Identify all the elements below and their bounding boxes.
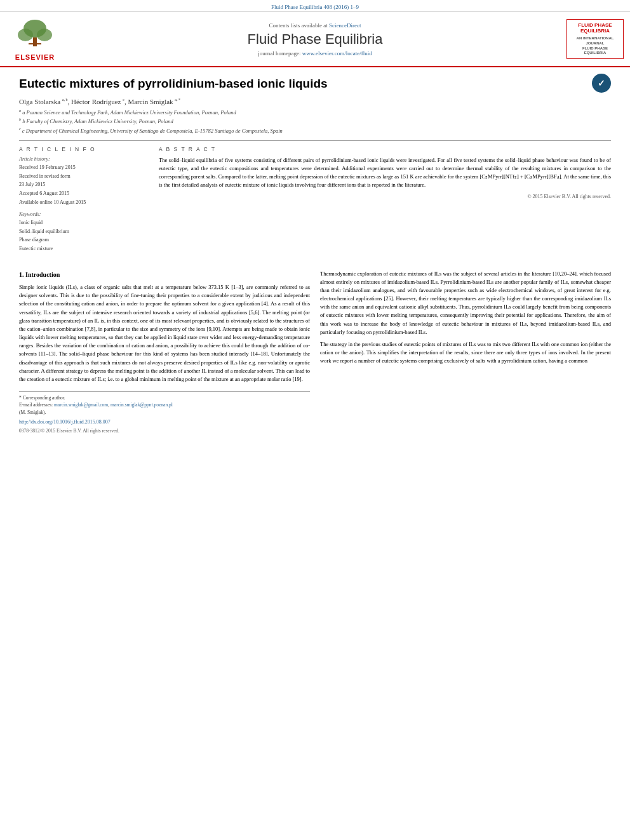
affiliation-a: a a Poznan Science and Technology Park, … — [19, 108, 611, 117]
elsevier-brand-label: ELSEVIER — [15, 53, 55, 61]
abstract-column: A B S T R A C T The solid–liquid equilib… — [159, 146, 611, 258]
revised-label: Received in revised form — [19, 172, 146, 181]
keywords-label: Keywords: — [19, 211, 146, 217]
journal-header-center: Contents lists available at ScienceDirec… — [70, 22, 560, 57]
footnote-email-suffix: (M. Smiglak). — [19, 409, 310, 416]
article-history: Article history: Received 19 February 20… — [19, 156, 146, 206]
intro-paragraph-1: Simple ionic liquids (ILs), a class of o… — [19, 283, 310, 383]
email-link-1[interactable]: marcin.smiglak@gmail.com — [54, 402, 108, 408]
footnotes-area: * Corresponding author. E-mail addresses… — [19, 391, 310, 435]
article-info-column: A R T I C L E I N F O Article history: R… — [19, 146, 146, 258]
elsevier-logo: ELSEVIER — [6, 17, 64, 61]
crossmark-icon[interactable]: ✓ — [592, 74, 611, 93]
online-date: Available online 10 August 2015 — [19, 198, 146, 207]
section1-heading: 1. Introduction — [19, 270, 310, 280]
journal-homepage-link[interactable]: www.elsevier.com/locate/fluid — [302, 50, 372, 57]
article-title: Eutectic mixtures of pyrrolidinium-based… — [19, 77, 592, 91]
footnote-corresponding: * Corresponding author. — [19, 394, 310, 401]
article-info-abstract: A R T I C L E I N F O Article history: R… — [19, 146, 611, 258]
email-link-2[interactable]: marcin.smiglak@ppnt.poznan.pl — [111, 402, 173, 408]
article-info-heading: A R T I C L E I N F O — [19, 146, 146, 152]
svg-point-1 — [18, 29, 33, 41]
doi-line: http://dx.doi.org/10.1016/j.fluid.2015.0… — [19, 418, 310, 426]
copyright-line: © 2015 Elsevier B.V. All rights reserved… — [159, 194, 611, 199]
journal-header: ELSEVIER Contents lists available at Sci… — [0, 12, 630, 67]
affiliation-b: b b Faculty of Chemistry, Adam Mickiewic… — [19, 117, 611, 126]
affiliations-block: a a Poznan Science and Technology Park, … — [19, 108, 611, 135]
footnote-email: E-mail addresses: marcin.smiglak@gmail.c… — [19, 401, 310, 408]
science-direct-line: Contents lists available at ScienceDirec… — [70, 22, 560, 29]
science-direct-link[interactable]: ScienceDirect — [329, 22, 361, 29]
accepted-date: Accepted 6 August 2015 — [19, 189, 146, 198]
doi-link[interactable]: http://dx.doi.org/10.1016/j.fluid.2015.0… — [19, 419, 111, 425]
header-divider — [19, 140, 611, 141]
kw-phase-diagram: Phase diagram — [19, 236, 146, 244]
journal-citation-bar: Fluid Phase Equilibria 408 (2016) 1–9 — [0, 0, 630, 12]
received-date: Received 19 February 2015 — [19, 163, 146, 172]
kw-eutectic: Eutectic mixture — [19, 244, 146, 253]
intro-paragraph-3: The strategy in the previous studies of … — [320, 340, 611, 366]
journal-name-header: Fluid Phase Equilibria — [70, 31, 560, 48]
elsevier-tree-icon — [13, 17, 57, 52]
main-content: Eutectic mixtures of pyrrolidinium-based… — [0, 67, 630, 441]
intro-paragraph-2: Thermodynamic exploration of eutectic mi… — [320, 270, 611, 337]
body-right-column: Thermodynamic exploration of eutectic mi… — [320, 270, 611, 435]
history-dates: Received 19 February 2015 Received in re… — [19, 163, 146, 206]
kw-ionic-liquid: Ionic liquid — [19, 218, 146, 227]
body-text: 1. Introduction Simple ionic liquids (IL… — [19, 270, 611, 435]
authors-line: Olga Stolarska a, b, Héctor Rodríguez c,… — [19, 98, 611, 105]
issn-line: 0378-3812/© 2015 Elsevier B.V. All right… — [19, 427, 310, 435]
journal-homepage-line: journal homepage: www.elsevier.com/locat… — [70, 50, 560, 57]
abstract-text: The solid–liquid equilibria of five syst… — [159, 156, 611, 189]
history-label: Article history: — [19, 156, 146, 162]
journal-logo-box: FLUID PHASEEQUILIBRIA AN INTERNATIONALJO… — [566, 19, 624, 59]
journal-citation-text: Fluid Phase Equilibria 408 (2016) 1–9 — [271, 4, 359, 10]
svg-rect-3 — [33, 37, 37, 46]
svg-point-2 — [37, 29, 52, 41]
keywords-section: Keywords: Ionic liquid Solid–liquid equi… — [19, 211, 146, 253]
author-names: Olga Stolarska a, b, Héctor Rodríguez c,… — [19, 98, 180, 105]
revised-date: 23 July 2015 — [19, 180, 146, 189]
affiliation-c: c c Department of Chemical Engineering, … — [19, 126, 611, 135]
kw-sle: Solid–liquid equilibrium — [19, 227, 146, 236]
keywords-list: Ionic liquid Solid–liquid equilibrium Ph… — [19, 218, 146, 253]
abstract-heading: A B S T R A C T — [159, 146, 611, 152]
body-left-column: 1. Introduction Simple ionic liquids (IL… — [19, 270, 310, 435]
